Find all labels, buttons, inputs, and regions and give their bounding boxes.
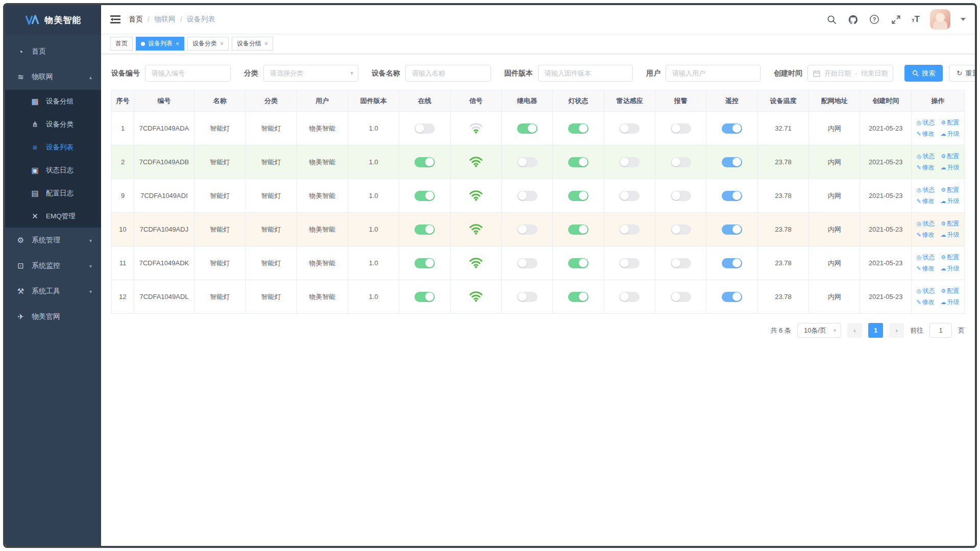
remote-toggle[interactable] (722, 191, 742, 201)
action-upgrade-link[interactable]: ☁升级 (941, 130, 960, 138)
sidebar-item-device-category[interactable]: ⋔设备分类 (5, 113, 101, 136)
relay-toggle[interactable] (517, 224, 537, 235)
device-no-input[interactable] (145, 65, 231, 82)
action-status-link[interactable]: ◎状态 (917, 152, 935, 161)
online-toggle[interactable] (414, 224, 435, 235)
action-upgrade-link[interactable]: ☁升级 (941, 264, 960, 273)
caret-down-icon[interactable] (961, 18, 966, 21)
remote-toggle[interactable] (722, 292, 742, 302)
search-button[interactable]: 搜索 (904, 65, 943, 82)
close-icon[interactable]: × (176, 41, 179, 47)
action-upgrade-link[interactable]: ☁升级 (941, 197, 960, 206)
action-edit-link[interactable]: ✎修改 (916, 298, 934, 307)
device-name-input[interactable] (405, 65, 491, 82)
page-size-select[interactable]: 10条/页 ▾ (797, 323, 841, 338)
action-status-link[interactable]: ◎状态 (917, 219, 935, 228)
tab-设备分类[interactable]: 设备分类× (187, 37, 229, 51)
alarm-toggle[interactable] (671, 191, 691, 201)
sidebar-item-system-admin[interactable]: ⚙系统管理▾ (5, 228, 101, 253)
radar-toggle[interactable] (619, 258, 640, 268)
category-select[interactable]: ▾ (263, 65, 358, 82)
light-toggle[interactable] (568, 224, 589, 235)
logo[interactable]: 物美智能 (5, 5, 101, 35)
tab-设备列表[interactable]: 设备列表× (136, 37, 184, 51)
alarm-toggle[interactable] (671, 258, 691, 268)
user-input[interactable] (666, 65, 761, 82)
alarm-toggle[interactable] (671, 123, 691, 134)
action-config-link[interactable]: ⚙配置 (941, 118, 959, 127)
page-1-button[interactable]: 1 (868, 323, 883, 338)
remote-toggle[interactable] (722, 258, 742, 268)
font-size-icon[interactable]: тT (912, 14, 920, 24)
relay-toggle[interactable] (517, 123, 537, 134)
alarm-toggle[interactable] (671, 224, 691, 235)
radar-toggle[interactable] (619, 224, 640, 235)
radar-toggle[interactable] (619, 157, 640, 167)
firmware-input[interactable] (538, 65, 633, 82)
online-toggle[interactable] (414, 258, 435, 268)
light-toggle[interactable] (568, 123, 589, 134)
radar-toggle[interactable] (619, 123, 640, 134)
action-status-link[interactable]: ◎状态 (917, 118, 935, 127)
action-config-link[interactable]: ⚙配置 (941, 219, 959, 228)
action-upgrade-link[interactable]: ☁升级 (941, 163, 960, 172)
breadcrumb-iot[interactable]: 物联网 (154, 15, 176, 24)
github-icon[interactable] (847, 14, 859, 25)
online-toggle[interactable] (414, 123, 435, 134)
light-toggle[interactable] (568, 157, 589, 167)
breadcrumb-home[interactable]: 首页 (129, 15, 143, 24)
action-edit-link[interactable]: ✎修改 (916, 130, 934, 138)
action-edit-link[interactable]: ✎修改 (916, 163, 934, 172)
action-edit-link[interactable]: ✎修改 (916, 264, 934, 273)
sidebar-toggle-icon[interactable] (110, 15, 120, 24)
sidebar-item-status-log[interactable]: ▣状态日志 (5, 159, 101, 182)
relay-toggle[interactable] (517, 292, 537, 302)
avatar[interactable] (930, 9, 950, 30)
light-toggle[interactable] (568, 292, 589, 302)
category-select-input[interactable] (263, 65, 358, 82)
action-status-link[interactable]: ◎状态 (917, 287, 935, 295)
action-status-link[interactable]: ◎状态 (917, 186, 935, 194)
next-page-button[interactable]: › (889, 323, 904, 338)
action-config-link[interactable]: ⚙配置 (941, 186, 959, 194)
action-config-link[interactable]: ⚙配置 (941, 287, 959, 295)
action-status-link[interactable]: ◎状态 (917, 253, 935, 262)
remote-toggle[interactable] (722, 157, 742, 167)
alarm-toggle[interactable] (671, 157, 691, 167)
prev-page-button[interactable]: ‹ (847, 323, 862, 338)
date-start-placeholder[interactable]: 开始日期 (824, 69, 851, 78)
help-icon[interactable]: ? (869, 14, 880, 25)
search-icon[interactable] (826, 14, 837, 25)
sidebar-item-device-list[interactable]: ≡设备列表 (5, 136, 101, 159)
relay-toggle[interactable] (517, 157, 537, 167)
action-upgrade-link[interactable]: ☁升级 (941, 231, 960, 239)
reset-button[interactable]: ↻ 重置 (949, 65, 975, 82)
action-edit-link[interactable]: ✎修改 (916, 231, 934, 239)
light-toggle[interactable] (568, 258, 589, 268)
action-config-link[interactable]: ⚙配置 (941, 253, 959, 262)
online-toggle[interactable] (414, 292, 435, 302)
sidebar-item-system-tools[interactable]: ⚒系统工具▾ (5, 279, 101, 304)
radar-toggle[interactable] (619, 292, 640, 302)
fullscreen-icon[interactable] (890, 14, 901, 25)
date-end-placeholder[interactable]: 结束日期 (861, 69, 888, 78)
action-config-link[interactable]: ⚙配置 (941, 152, 959, 161)
sidebar-item-iot[interactable]: ≋物联网▴ (5, 64, 101, 90)
close-icon[interactable]: × (264, 41, 268, 47)
remote-toggle[interactable] (722, 123, 742, 134)
date-range-picker[interactable]: 开始日期 - 结束日期 (807, 65, 893, 82)
sidebar-item-official-site[interactable]: ✈物美官网 (5, 304, 101, 330)
relay-toggle[interactable] (517, 191, 537, 201)
sidebar-item-device-group[interactable]: ▦设备分组 (5, 90, 101, 113)
light-toggle[interactable] (568, 191, 589, 201)
tab-首页[interactable]: 首页 (110, 37, 133, 51)
action-edit-link[interactable]: ✎修改 (916, 197, 934, 206)
relay-toggle[interactable] (517, 258, 537, 268)
online-toggle[interactable] (414, 191, 435, 201)
goto-page-input[interactable] (929, 323, 952, 338)
sidebar-item-emq-admin[interactable]: ✕EMQ管理 (5, 205, 101, 228)
close-icon[interactable]: × (220, 41, 224, 47)
radar-toggle[interactable] (619, 191, 640, 201)
online-toggle[interactable] (414, 157, 435, 167)
sidebar-item-home[interactable]: ◔首页 (5, 39, 101, 64)
